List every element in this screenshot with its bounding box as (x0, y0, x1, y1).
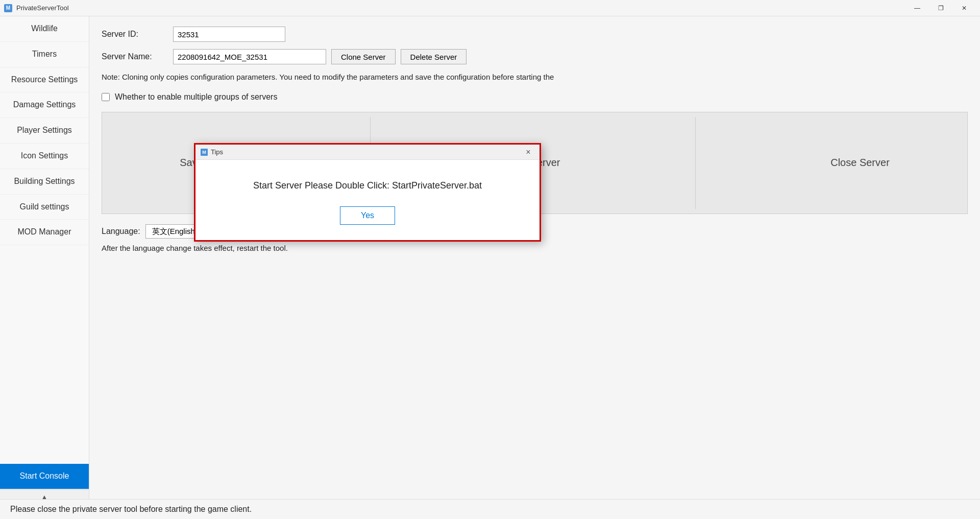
dialog-message: Start Server Please Double Click: StartP… (211, 180, 524, 191)
dialog-close-button[interactable]: × (522, 146, 534, 158)
dialog-title-text: Tips (211, 148, 223, 156)
tips-dialog: M Tips × Start Server Please Double Clic… (194, 143, 541, 242)
dialog-overlay: M Tips × Start Server Please Double Clic… (0, 0, 980, 519)
dialog-title-bar: M Tips × (195, 145, 540, 160)
dialog-title-left: M Tips (201, 148, 223, 156)
dialog-icon: M (201, 149, 208, 156)
dialog-yes-button[interactable]: Yes (340, 206, 395, 225)
dialog-body: Start Server Please Double Click: StartP… (195, 160, 540, 240)
